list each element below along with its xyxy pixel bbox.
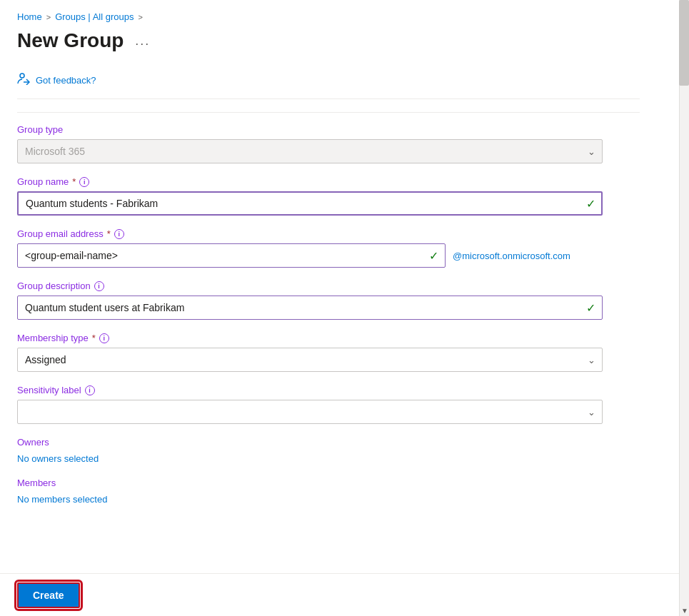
group-description-input[interactable] <box>17 296 603 320</box>
sensitivity-label-dropdown-wrapper: ⌄ <box>17 400 603 424</box>
group-email-info-icon[interactable]: i <box>114 229 124 239</box>
owners-section: Owners No owners selected <box>17 437 640 465</box>
sensitivity-label-label: Sensitivity label i <box>17 385 640 395</box>
group-email-row: ✓ @microsoft.onmicrosoft.com <box>17 243 640 268</box>
form-divider <box>17 112 640 113</box>
group-name-input[interactable] <box>17 191 603 216</box>
membership-type-info-icon[interactable]: i <box>99 333 109 343</box>
group-type-dropdown-wrapper: Microsoft 365 ⌄ <box>17 139 603 163</box>
feedback-bar: Got feedback? <box>17 65 640 99</box>
sensitivity-label-section: Sensitivity label i ⌄ <box>17 385 640 424</box>
members-section: Members No members selected <box>17 478 640 505</box>
ellipsis-button[interactable]: ... <box>131 32 154 50</box>
group-type-select[interactable]: Microsoft 365 <box>17 139 603 163</box>
breadcrumb-separator-2: > <box>138 13 142 21</box>
feedback-link[interactable]: Got feedback? <box>36 75 96 86</box>
group-email-required: * <box>107 228 111 239</box>
group-email-section: Group email address * i ✓ @microsoft.onm… <box>17 228 640 268</box>
scrollbar: ▲ ▼ <box>679 0 689 616</box>
main-content: Home > Groups | All groups > New Group .… <box>0 0 657 616</box>
group-name-info-icon[interactable]: i <box>79 177 89 187</box>
group-type-section: Group type Microsoft 365 ⌄ <box>17 124 640 163</box>
membership-type-select[interactable]: Assigned Dynamic User Dynamic Device <box>17 348 603 372</box>
svg-point-0 <box>20 74 24 78</box>
members-no-selection[interactable]: No members selected <box>17 494 107 505</box>
breadcrumb-home[interactable]: Home <box>17 11 42 22</box>
sensitivity-label-select[interactable] <box>17 400 603 424</box>
membership-type-dropdown-wrapper: Assigned Dynamic User Dynamic Device ⌄ <box>17 348 603 372</box>
group-type-label: Group type <box>17 124 640 135</box>
membership-type-label: Membership type * i <box>17 333 640 343</box>
group-email-input[interactable] <box>17 243 446 268</box>
group-email-label: Group email address * i <box>17 228 640 239</box>
group-description-info-icon[interactable]: i <box>94 281 104 291</box>
scrollbar-down-arrow[interactable]: ▼ <box>680 607 689 615</box>
email-domain-label: @microsoft.onmicrosoft.com <box>453 251 570 261</box>
group-email-input-wrapper: ✓ <box>17 243 446 268</box>
breadcrumb-groups[interactable]: Groups | All groups <box>55 11 134 22</box>
group-name-check-icon: ✓ <box>586 197 595 211</box>
owners-label: Owners <box>17 437 640 448</box>
members-label: Members <box>17 478 640 488</box>
feedback-icon <box>17 72 30 89</box>
membership-type-section: Membership type * i Assigned Dynamic Use… <box>17 333 640 372</box>
create-button[interactable]: Create <box>17 582 80 608</box>
group-email-check-icon: ✓ <box>429 249 438 263</box>
group-name-input-wrapper: ✓ <box>17 191 603 216</box>
group-description-section: Group description i ✓ <box>17 281 640 320</box>
breadcrumb: Home > Groups | All groups > <box>17 11 640 22</box>
bottom-bar: Create <box>0 573 679 616</box>
group-name-label: Group name * i <box>17 176 640 187</box>
group-description-label: Group description i <box>17 281 640 291</box>
breadcrumb-separator-1: > <box>46 13 51 21</box>
membership-type-required: * <box>92 333 96 343</box>
page-title: New Group <box>17 29 124 52</box>
group-name-required: * <box>72 176 76 187</box>
page-title-row: New Group ... <box>17 29 640 52</box>
group-name-section: Group name * i ✓ <box>17 176 640 216</box>
scrollbar-thumb[interactable] <box>679 0 689 86</box>
owners-no-selection[interactable]: No owners selected <box>17 453 99 464</box>
group-description-input-wrapper: ✓ <box>17 296 603 320</box>
sensitivity-label-info-icon[interactable]: i <box>85 385 95 395</box>
group-description-check-icon: ✓ <box>586 301 595 315</box>
